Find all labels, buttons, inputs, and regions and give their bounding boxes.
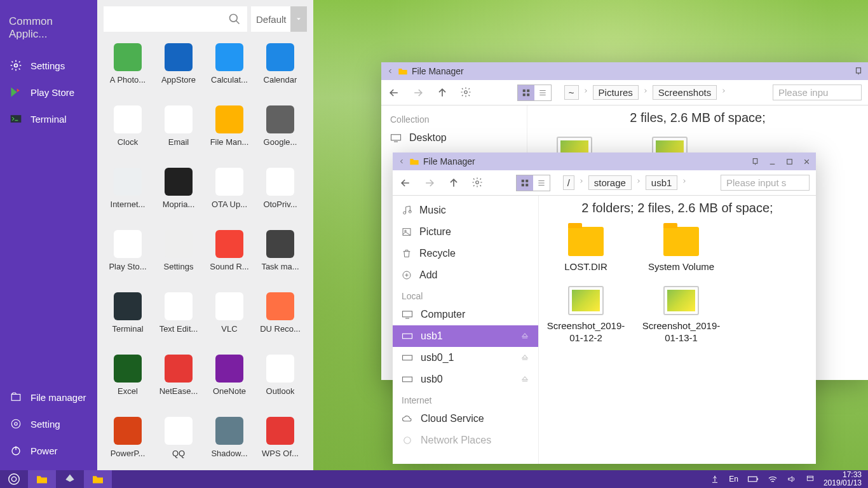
sidebar-row-usb01[interactable]: usb0_1 bbox=[393, 347, 538, 369]
sidebar-item-setting[interactable]: Setting bbox=[0, 410, 97, 437]
sidebar-item-filemanager[interactable]: File manager bbox=[0, 384, 97, 410]
gear-icon[interactable] bbox=[471, 177, 483, 189]
battery-tray-icon[interactable] bbox=[747, 475, 759, 483]
app-clock[interactable]: Clock bbox=[102, 103, 153, 165]
app-taskma[interactable]: Task ma... bbox=[255, 227, 306, 290]
app-calendar[interactable]: Calendar bbox=[255, 41, 306, 103]
app-mopria[interactable]: Mopria... bbox=[153, 165, 204, 227]
breadcrumb-item[interactable]: usb1 bbox=[646, 175, 678, 190]
nav-back-icon[interactable] bbox=[399, 177, 412, 189]
app-wpsof[interactable]: WPS Of... bbox=[255, 414, 306, 477]
breadcrumb-root[interactable]: / bbox=[563, 175, 574, 190]
usb-tray-icon[interactable] bbox=[710, 475, 720, 484]
language-indicator[interactable]: En bbox=[729, 475, 738, 484]
sidebar-item-settings[interactable]: Settings bbox=[0, 52, 97, 79]
app-playsto[interactable]: Play Sto... bbox=[102, 227, 153, 290]
list-view-icon[interactable] bbox=[533, 175, 550, 191]
app-search-input[interactable] bbox=[104, 6, 247, 32]
taskbar-app-filemanager[interactable] bbox=[28, 470, 56, 488]
notification-tray-icon[interactable] bbox=[806, 475, 815, 484]
app-google[interactable]: Google... bbox=[255, 103, 306, 165]
minimize-icon[interactable] bbox=[768, 158, 776, 166]
volume-tray-icon[interactable] bbox=[787, 475, 797, 484]
gear-icon[interactable] bbox=[460, 86, 471, 99]
sidebar-item-playstore[interactable]: Play Store bbox=[0, 79, 97, 105]
eject-icon[interactable] bbox=[520, 353, 529, 362]
nav-forward-icon[interactable] bbox=[423, 177, 436, 189]
eject-icon[interactable] bbox=[520, 375, 529, 384]
list-view-icon[interactable] bbox=[534, 85, 551, 100]
breadcrumb-home[interactable]: ~ bbox=[564, 85, 579, 100]
pin-icon[interactable] bbox=[751, 158, 759, 166]
nav-forward-icon[interactable] bbox=[412, 86, 424, 99]
nav-up-icon[interactable] bbox=[436, 86, 449, 99]
file-item[interactable]: Screenshot_2019-01-12-2 bbox=[548, 286, 624, 344]
eject-icon[interactable] bbox=[520, 332, 529, 341]
app-appstore[interactable]: AppStore bbox=[153, 41, 204, 103]
sidebar-row-recycle[interactable]: Recycle bbox=[393, 243, 538, 264]
back-icon[interactable] bbox=[386, 67, 394, 75]
breadcrumb-item[interactable]: Pictures bbox=[593, 85, 639, 100]
app-otopriv[interactable]: OtoPriv... bbox=[255, 165, 306, 227]
sidebar-row-network[interactable]: Network Places bbox=[393, 430, 538, 451]
sidebar-row-music[interactable]: Music bbox=[393, 200, 538, 221]
app-terminal[interactable]: Terminal bbox=[102, 290, 153, 352]
file-search-input[interactable]: Please input s bbox=[721, 175, 810, 191]
app-netease[interactable]: NetEase... bbox=[153, 352, 204, 414]
grid-view-icon[interactable] bbox=[518, 85, 534, 100]
app-vlc[interactable]: VLC bbox=[204, 290, 255, 352]
pin-icon[interactable] bbox=[854, 67, 863, 76]
app-outlook[interactable]: Outlook bbox=[255, 352, 306, 414]
file-grid[interactable]: LOST.DIRSystem VolumeScreenshot_2019-01-… bbox=[539, 220, 816, 464]
sidebar-item-label: Settings bbox=[31, 60, 65, 71]
app-aphoto[interactable]: A Photo... bbox=[102, 41, 153, 103]
start-button[interactable] bbox=[0, 470, 28, 488]
app-settings[interactable]: Settings bbox=[153, 227, 204, 290]
taskbar-app-filemanager2[interactable] bbox=[84, 470, 112, 488]
app-fileman[interactable]: File Man... bbox=[204, 103, 255, 165]
file-search-input[interactable]: Please inpu bbox=[773, 85, 862, 100]
app-soundr[interactable]: Sound R... bbox=[204, 227, 255, 290]
wifi-tray-icon[interactable] bbox=[768, 475, 778, 484]
nav-back-icon[interactable] bbox=[388, 86, 400, 99]
window-titlebar[interactable]: File Manager bbox=[393, 152, 816, 170]
app-otaup[interactable]: OTA Up... bbox=[204, 165, 255, 227]
view-toggle[interactable] bbox=[517, 85, 552, 101]
breadcrumb-item[interactable]: storage bbox=[588, 175, 632, 190]
breadcrumb-item[interactable]: Screenshots bbox=[653, 85, 717, 100]
sidebar-row-usb0[interactable]: usb0 bbox=[393, 369, 538, 390]
sidebar-item-terminal[interactable]: Terminal bbox=[0, 105, 97, 132]
app-onenote[interactable]: OneNote bbox=[204, 352, 255, 414]
back-icon[interactable] bbox=[398, 158, 405, 165]
file-item[interactable]: LOST.DIR bbox=[548, 227, 624, 273]
taskbar-clock[interactable]: 17:33 2019/01/13 bbox=[824, 471, 862, 487]
close-icon[interactable] bbox=[803, 158, 811, 166]
taskbar-app-browser[interactable] bbox=[56, 470, 84, 488]
app-excel[interactable]: Excel bbox=[102, 352, 153, 414]
grid-view-icon[interactable] bbox=[517, 175, 533, 191]
app-dureco[interactable]: DU Reco... bbox=[255, 290, 306, 352]
sidebar-row-picture[interactable]: Picture bbox=[393, 221, 538, 243]
view-toggle[interactable] bbox=[516, 175, 550, 191]
app-email[interactable]: Email bbox=[153, 103, 204, 165]
app-qq[interactable]: QQ bbox=[153, 414, 204, 477]
file-item[interactable]: Screenshot_2019-01-13-1 bbox=[643, 286, 719, 344]
sort-dropdown[interactable]: Default bbox=[251, 6, 307, 32]
sidebar-row-cloud[interactable]: Cloud Service bbox=[393, 408, 538, 430]
file-manager-window-front[interactable]: File Manager / storage usb1 Please input bbox=[393, 152, 816, 464]
sidebar-row-desktop[interactable]: Desktop bbox=[381, 127, 527, 149]
window-titlebar[interactable]: File Manager bbox=[381, 62, 868, 80]
app-shadow[interactable]: Shadow... bbox=[204, 414, 255, 477]
play-store-icon bbox=[9, 85, 23, 99]
app-calculat[interactable]: Calculat... bbox=[204, 41, 255, 103]
sidebar-row-usb1[interactable]: usb1 bbox=[393, 325, 538, 347]
sidebar-row-computer[interactable]: Computer bbox=[393, 304, 538, 325]
sidebar-item-power[interactable]: Power bbox=[0, 437, 97, 464]
maximize-icon[interactable] bbox=[785, 158, 794, 166]
nav-up-icon[interactable] bbox=[447, 177, 460, 189]
app-powerp[interactable]: PowerP... bbox=[102, 414, 153, 477]
file-item[interactable]: System Volume bbox=[643, 227, 719, 273]
app-textedit[interactable]: Text Edit... bbox=[153, 290, 204, 352]
app-internet[interactable]: Internet... bbox=[102, 165, 153, 227]
sidebar-row-add[interactable]: Add bbox=[393, 264, 538, 286]
